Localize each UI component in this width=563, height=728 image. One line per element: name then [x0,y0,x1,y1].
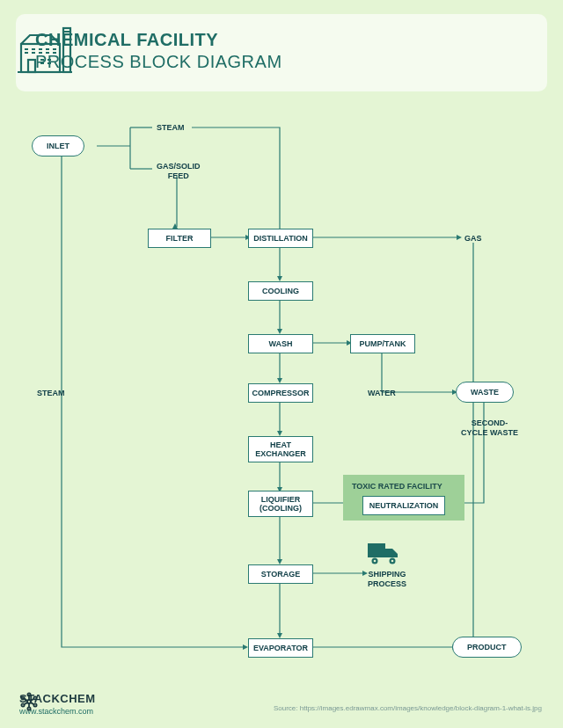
label-shipping: SHIPPING PROCESS [368,570,406,589]
title-line2: PROCESS BLOCK DIAGRAM [35,52,528,72]
node-waste: WASTE [456,382,514,403]
title-line1: CHEMICAL FACILITY [35,30,528,50]
svg-rect-3 [368,543,385,557]
toxic-facility-box: TOXIC RATED FACILITY NEUTRALIZATION [343,475,464,521]
node-neutralization: NEUTRALIZATION [362,496,445,515]
svg-point-6 [374,560,377,563]
node-evaporator: EVAPORATOR [248,638,313,658]
svg-point-10 [27,707,30,710]
factory-icon [16,26,74,76]
svg-point-9 [27,693,30,695]
node-storage: STORAGE [248,564,313,584]
logo-icon [19,692,39,711]
header-card: CHEMICAL FACILITY PROCESS BLOCK DIAGRAM [16,14,547,91]
label-toxic: TOXIC RATED FACILITY [352,482,456,491]
node-filter: FILTER [148,229,211,248]
svg-point-12 [33,696,36,699]
label-steam-left: STEAM [37,389,65,398]
svg-rect-1 [63,28,70,72]
svg-point-13 [21,703,24,706]
label-water: WATER [368,389,396,398]
svg-rect-2 [28,60,35,72]
footer: STACKCHEM www.stackchem.com [19,692,96,716]
svg-rect-0 [21,44,60,72]
label-gas-solid: GAS/SOLID FEED [157,162,201,181]
truck-icon [366,540,401,566]
node-cooling: COOLING [248,281,313,301]
node-pumptank: PUMP/TANK [350,334,415,353]
svg-point-14 [33,703,36,706]
svg-point-11 [21,696,24,699]
node-compressor: COMPRESSOR [248,383,313,403]
source-text: Source: https://images.edrawmax.com/imag… [274,704,542,712]
diagram-area: INLET STEAM GAS/SOLID FEED FILTER DISTIL… [16,106,547,684]
node-liquifier: LIQUIFIER (COOLING) [248,491,313,517]
node-distillation: DISTILLATION [248,229,313,248]
node-heatex: HEAT EXCHANGER [248,436,313,462]
label-steam-top: STEAM [157,123,185,133]
label-gas: GAS [464,234,482,244]
node-wash: WASH [248,334,313,353]
svg-point-7 [391,560,394,563]
node-product: PRODUCT [452,637,522,658]
label-second-cycle: SECOND- CYCLE WASTE [461,419,518,438]
node-inlet: INLET [32,135,84,157]
